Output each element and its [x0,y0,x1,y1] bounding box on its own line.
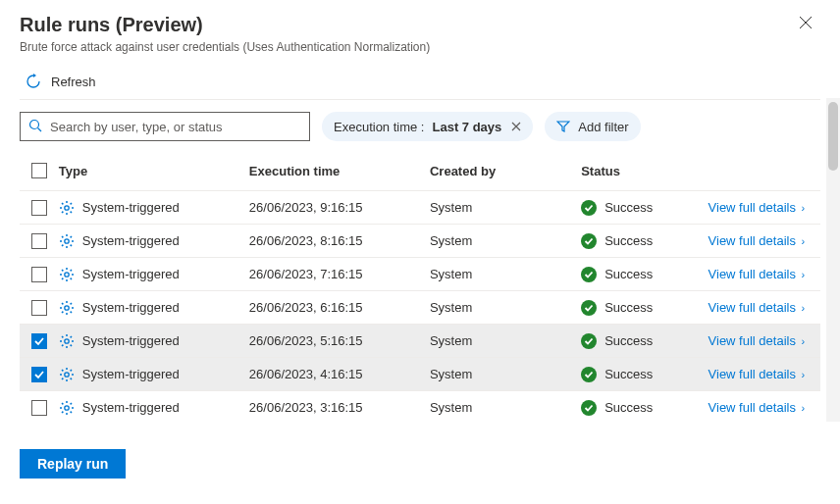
table-row[interactable]: System-triggered26/06/2023, 3:16:15Syste… [20,390,820,424]
svg-point-3 [65,238,69,242]
page-subtitle: Brute force attack against user credenti… [20,40,820,54]
row-checkbox[interactable] [31,400,47,416]
svg-point-6 [65,338,69,342]
col-header-type[interactable]: Type [59,164,249,178]
svg-point-8 [65,405,69,409]
row-checkbox[interactable] [31,367,47,382]
col-header-status[interactable]: Status [581,164,708,178]
table-header: Type Execution time Created by Status [20,151,820,190]
cell-execution-time: 26/06/2023, 3:16:15 [249,400,430,415]
search-icon [28,119,42,135]
cell-execution-time: 26/06/2023, 5:16:15 [249,333,430,348]
row-checkbox[interactable] [31,233,47,249]
add-filter-label: Add filter [578,120,628,134]
svg-point-0 [30,120,39,128]
row-checkbox[interactable] [31,300,47,316]
filter-pill-execution-time[interactable]: Execution time : Last 7 days [322,112,533,141]
cell-created-by: System [430,233,581,248]
add-filter-button[interactable]: Add filter [545,112,640,141]
chevron-right-icon: › [802,235,806,247]
gear-icon [59,233,75,249]
table-row[interactable]: System-triggered26/06/2023, 5:16:15Syste… [20,324,820,357]
col-header-created-by[interactable]: Created by [430,164,581,178]
row-checkbox[interactable] [31,267,47,282]
chevron-right-icon: › [802,369,806,380]
view-details-link[interactable]: View full details › [709,333,820,348]
filter-label: Execution time : [334,120,425,134]
refresh-label: Refresh [51,75,96,89]
svg-point-5 [65,305,69,309]
cell-created-by: System [430,267,581,281]
cell-type: System-triggered [82,400,180,415]
search-input-wrap[interactable] [20,112,310,141]
select-all-checkbox[interactable] [31,163,47,178]
gear-icon [59,267,75,282]
success-icon [581,233,597,249]
gear-icon [59,333,75,349]
remove-filter-icon[interactable] [511,122,521,131]
gear-icon [59,400,75,416]
cell-created-by: System [430,333,581,348]
cell-status: Success [604,233,653,248]
gear-icon [59,200,75,216]
view-details-link[interactable]: View full details › [709,400,820,415]
filter-icon [556,120,570,133]
cell-created-by: System [430,367,581,381]
gear-icon [59,300,75,316]
cell-status: Success [604,367,653,381]
cell-type: System-triggered [82,233,180,248]
col-header-execution-time[interactable]: Execution time [249,164,430,178]
page-title: Rule runs (Preview) [20,14,820,36]
gear-icon [59,367,75,382]
cell-status: Success [604,200,653,215]
table-row[interactable]: System-triggered26/06/2023, 6:16:15Syste… [20,290,820,324]
cell-type: System-triggered [82,300,180,315]
cell-status: Success [604,333,653,348]
chevron-right-icon: › [802,302,806,314]
success-icon [581,333,597,349]
chevron-right-icon: › [802,402,806,414]
cell-type: System-triggered [82,333,180,348]
cell-execution-time: 26/06/2023, 4:16:15 [249,367,430,381]
chevron-right-icon: › [802,335,806,347]
view-details-link[interactable]: View full details › [709,367,820,381]
cell-created-by: System [430,200,581,215]
row-checkbox[interactable] [31,333,47,349]
close-button[interactable] [799,16,813,32]
view-details-link[interactable]: View full details › [709,267,820,281]
cell-status: Success [604,267,653,281]
cell-execution-time: 26/06/2023, 6:16:15 [249,300,430,315]
view-details-link[interactable]: View full details › [709,233,820,248]
replay-run-button[interactable]: Replay run [20,449,126,479]
svg-point-4 [65,272,69,276]
refresh-button[interactable]: Refresh [20,68,820,100]
row-checkbox[interactable] [31,200,47,216]
cell-execution-time: 26/06/2023, 7:16:15 [249,267,430,281]
table-row[interactable]: System-triggered26/06/2023, 7:16:15Syste… [20,257,820,290]
success-icon [581,200,597,216]
cell-created-by: System [430,300,581,315]
cell-type: System-triggered [82,267,180,281]
chevron-right-icon: › [802,202,806,214]
view-details-link[interactable]: View full details › [709,200,820,215]
filter-value: Last 7 days [433,120,502,134]
scrollbar-thumb[interactable] [828,102,838,171]
svg-point-7 [65,372,69,376]
refresh-icon [26,74,41,89]
success-icon [581,267,597,282]
success-icon [581,367,597,382]
chevron-right-icon: › [802,269,806,280]
table-row[interactable]: System-triggered26/06/2023, 9:16:15Syste… [20,190,820,224]
cell-execution-time: 26/06/2023, 8:16:15 [249,233,430,248]
view-details-link[interactable]: View full details › [709,300,820,315]
cell-type: System-triggered [82,200,180,215]
cell-execution-time: 26/06/2023, 9:16:15 [249,200,430,215]
cell-created-by: System [430,400,581,415]
svg-point-2 [65,205,69,209]
table-row[interactable]: System-triggered26/06/2023, 8:16:15Syste… [20,224,820,257]
table-row[interactable]: System-triggered26/06/2023, 4:16:15Syste… [20,357,820,390]
search-input[interactable] [50,120,301,134]
cell-status: Success [604,400,653,415]
cell-type: System-triggered [82,367,180,381]
svg-line-1 [38,127,42,131]
